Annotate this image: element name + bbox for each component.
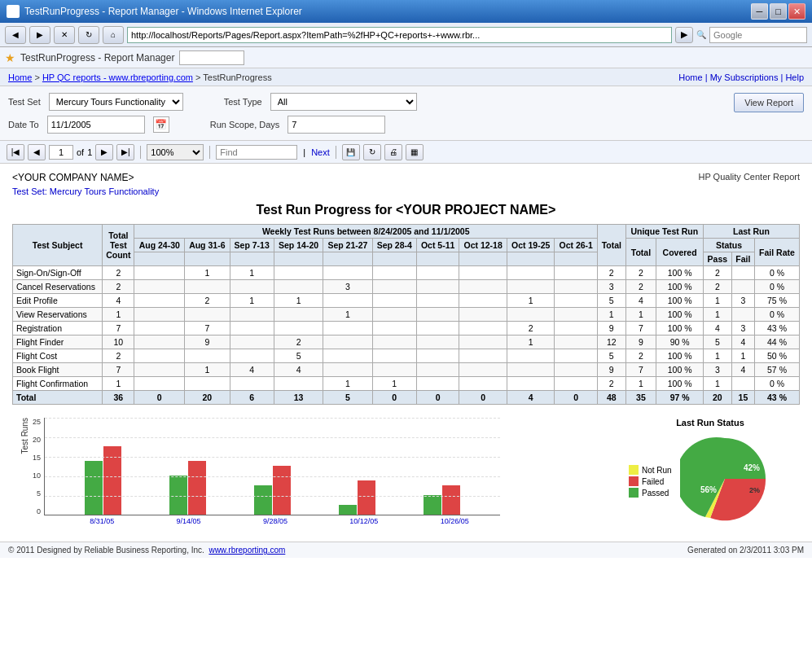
search-input[interactable] bbox=[709, 27, 807, 43]
col-header-lastrun: Last Run bbox=[703, 225, 799, 239]
col-sep284: Sep 28-4 bbox=[372, 239, 416, 252]
cell-fail: 1 bbox=[731, 349, 754, 363]
cell-oct1218 bbox=[459, 336, 507, 349]
page-total-label: 1 bbox=[87, 147, 92, 157]
find-next-link[interactable]: Next bbox=[311, 147, 330, 157]
test-set-select[interactable]: Mercury Tours Functionality bbox=[49, 93, 183, 111]
cell-sep284 bbox=[372, 308, 416, 322]
cell-pass: 1 bbox=[703, 349, 731, 363]
bar-passed-5 bbox=[424, 495, 441, 515]
cell-sep284 bbox=[372, 266, 416, 280]
cell-unique_total: 9 bbox=[625, 336, 656, 349]
refresh-button[interactable]: ↻ bbox=[78, 26, 99, 44]
table-row: Flight Finder1092112990 %5444 % bbox=[13, 336, 800, 349]
zoom-select[interactable]: 100% bbox=[147, 144, 204, 160]
bar-group-2 bbox=[169, 461, 206, 515]
cell-sep284 bbox=[372, 336, 416, 349]
col-unique-total: Total bbox=[625, 239, 656, 266]
test-type-select[interactable]: All bbox=[270, 93, 417, 111]
separator-3 bbox=[336, 146, 336, 159]
first-page-button[interactable]: |◀ bbox=[7, 144, 24, 160]
minimize-button[interactable]: ─ bbox=[751, 3, 768, 20]
cell-total: 1 bbox=[103, 377, 134, 391]
stop-button[interactable]: ✕ bbox=[54, 26, 75, 44]
cell-oct1925 bbox=[507, 363, 555, 377]
breadcrumb-middle[interactable]: HP QC reports - www.rbreporting.com bbox=[42, 72, 193, 82]
top-link-subscriptions[interactable]: My Subscriptions bbox=[710, 72, 779, 82]
cell-sep284 bbox=[372, 363, 416, 377]
cell-oct511 bbox=[416, 336, 459, 349]
cell-fail bbox=[731, 377, 754, 391]
cell-fail_rate: 0 % bbox=[755, 308, 800, 322]
cell-aug2430 bbox=[134, 363, 185, 377]
window-controls[interactable]: ─ □ ✕ bbox=[751, 3, 805, 20]
calendar-icon[interactable]: 📅 bbox=[153, 116, 169, 133]
cell-subject: Sign-On/Sign-Off bbox=[13, 266, 103, 280]
layout-button[interactable]: ▦ bbox=[406, 144, 424, 160]
col-sep2127-empty bbox=[323, 252, 372, 266]
export-button[interactable]: 💾 bbox=[342, 144, 360, 160]
cell-oct261 bbox=[555, 280, 597, 294]
date-to-input[interactable] bbox=[47, 116, 145, 134]
chart-with-yaxis: Test Runs 25 20 15 10 5 0 bbox=[20, 418, 612, 525]
cell-aug2430 bbox=[134, 308, 185, 322]
close-button[interactable]: ✕ bbox=[788, 3, 805, 20]
cell-oct261 bbox=[555, 349, 597, 363]
top-link-help[interactable]: Help bbox=[785, 72, 804, 82]
bars-container bbox=[45, 418, 500, 515]
total-cell-aug2430: 0 bbox=[134, 391, 185, 405]
cell-oct1218 bbox=[459, 266, 507, 280]
top-link-home[interactable]: Home bbox=[678, 72, 702, 82]
table-row: Edit Profile4211154100 %1375 % bbox=[13, 294, 800, 308]
view-report-button[interactable]: View Report bbox=[734, 93, 804, 112]
cell-oct1218 bbox=[459, 308, 507, 322]
refresh-report-button[interactable]: ↻ bbox=[363, 144, 381, 160]
test-type-label: Test Type bbox=[224, 97, 262, 107]
print-button[interactable]: 🖨 bbox=[384, 144, 402, 160]
date-to-label: Date To bbox=[8, 120, 39, 129]
col-sep284-empty bbox=[372, 252, 416, 266]
tab-input[interactable] bbox=[179, 50, 244, 65]
cell-oct1925 bbox=[507, 280, 555, 294]
find-separator: | bbox=[303, 147, 305, 157]
footer-link[interactable]: www.rbreporting.com bbox=[208, 546, 285, 555]
prev-page-button[interactable]: ◀ bbox=[28, 144, 46, 160]
cell-aug2430 bbox=[134, 377, 185, 391]
cell-aug316: 2 bbox=[185, 294, 230, 308]
breadcrumb-home[interactable]: Home bbox=[8, 72, 32, 82]
forward-button[interactable]: ▶ bbox=[29, 26, 50, 44]
cell-total: 2 bbox=[103, 280, 134, 294]
next-page-button[interactable]: ▶ bbox=[95, 144, 113, 160]
last-page-button[interactable]: ▶| bbox=[116, 144, 134, 160]
test-set-label: Test Set bbox=[8, 97, 41, 107]
ie-icon bbox=[7, 5, 20, 18]
cell-fail: 4 bbox=[731, 336, 754, 349]
page-number-input[interactable] bbox=[49, 145, 73, 160]
pie-chart-svg: 42% 2% 56% bbox=[680, 434, 770, 524]
address-input[interactable] bbox=[127, 27, 672, 43]
go-button[interactable]: ▶ bbox=[675, 27, 693, 43]
cell-fail_rate: 0 % bbox=[755, 377, 800, 391]
legend-color-not-run bbox=[629, 465, 639, 475]
cell-fail_rate: 57 % bbox=[755, 363, 800, 377]
top-links: Home | My Subscriptions | Help bbox=[678, 72, 804, 82]
cell-fail_rate: 43 % bbox=[755, 322, 800, 336]
cell-oct511 bbox=[416, 349, 459, 363]
cell-sep2127 bbox=[323, 363, 372, 377]
footer-copyright: © 2011 Designed by Reliable Business Rep… bbox=[8, 546, 204, 555]
cell-rowtotal: 9 bbox=[597, 322, 625, 336]
maximize-button[interactable]: □ bbox=[770, 3, 787, 20]
bar-failed-4 bbox=[358, 480, 375, 515]
legend-label-passed: Passed bbox=[642, 489, 669, 498]
cell-fail: 3 bbox=[731, 294, 754, 308]
find-input[interactable] bbox=[216, 145, 297, 160]
cell-sep713 bbox=[230, 377, 274, 391]
bar-group-4 bbox=[339, 480, 375, 515]
cell-aug2430 bbox=[134, 280, 185, 294]
home-nav-button[interactable]: ⌂ bbox=[103, 26, 124, 44]
favorites-star-icon: ★ bbox=[5, 51, 15, 64]
run-scope-input[interactable] bbox=[287, 116, 385, 134]
back-button[interactable]: ◀ bbox=[5, 26, 26, 44]
cell-sep1420: 2 bbox=[274, 336, 323, 349]
cell-subject: Flight Confirmation bbox=[13, 377, 103, 391]
